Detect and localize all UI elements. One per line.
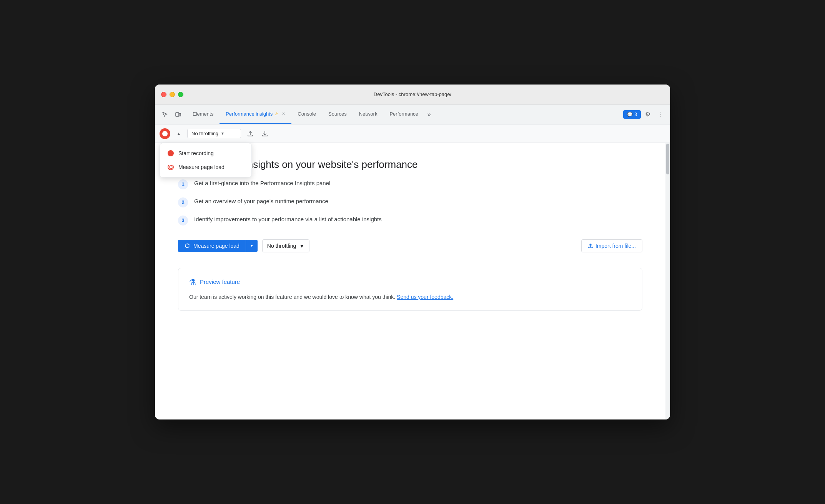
record-dot-icon (168, 150, 174, 156)
preview-feature-box: ⚗ Preview feature Our team is actively w… (178, 268, 642, 311)
throttle-arrow-icon: ▼ (299, 243, 304, 249)
preview-feature-label: Preview feature (200, 279, 240, 285)
throttling-arrow-icon: ▼ (221, 131, 225, 136)
step-item-1: 1 Get a first-glance into the Performanc… (178, 179, 642, 189)
tab-actions: 💬 3 ⚙ ⋮ (620, 104, 669, 124)
tab-close-icon[interactable]: ✕ (282, 111, 285, 116)
import-from-file-button[interactable]: Import from file... (581, 239, 642, 252)
measure-btn-group: Measure page load ▼ (178, 240, 258, 252)
chat-icon: 💬 (627, 112, 633, 117)
tab-elements[interactable]: Elements (186, 104, 220, 124)
record-button[interactable] (160, 128, 170, 139)
flask-icon: ⚗ (189, 277, 196, 287)
record-caret-button[interactable]: ▲ (174, 128, 183, 139)
step-item-2: 2 Get an overview of your page's runtime… (178, 197, 642, 207)
close-button[interactable] (161, 92, 166, 97)
measure-page-load-button[interactable]: Measure page load (178, 240, 246, 252)
more-options-button[interactable]: ⋮ (655, 109, 665, 120)
inspect-icon[interactable] (160, 109, 170, 120)
devtools-tabbar: Elements Performance insights ⚠ ✕ Consol… (155, 104, 670, 124)
window-title: DevTools - chrome://new-tab-page/ (374, 91, 451, 97)
step-number-1: 1 (178, 179, 188, 189)
upload-button[interactable] (245, 128, 256, 139)
measure-page-load-item[interactable]: Measure page load (160, 160, 251, 174)
tabs-container: Elements Performance insights ⚠ ✕ Consol… (186, 104, 620, 124)
titlebar: DevTools - chrome://new-tab-page/ (155, 85, 670, 104)
chat-button[interactable]: 💬 3 (623, 110, 641, 119)
more-tabs-button[interactable]: » (424, 104, 434, 124)
steps-list: 1 Get a first-glance into the Performanc… (178, 179, 642, 225)
content-area: Get actionable insights on your website'… (155, 143, 670, 419)
throttling-main-dropdown[interactable]: No throttling ▼ (262, 239, 309, 252)
tab-network[interactable]: Network (353, 104, 384, 124)
record-dropdown-menu: Start recording Measure page load (160, 143, 252, 177)
measure-caret-button[interactable]: ▼ (246, 240, 258, 252)
tab-performance-insights[interactable]: Performance insights ⚠ ✕ (220, 104, 291, 124)
step-number-3: 3 (178, 216, 188, 225)
settings-icon: ⚙ (645, 111, 650, 118)
feedback-link[interactable]: Send us your feedback. (397, 294, 453, 300)
tab-console[interactable]: Console (291, 104, 322, 124)
settings-button[interactable]: ⚙ (642, 109, 653, 120)
svg-rect-0 (176, 113, 179, 116)
device-toggle-icon[interactable] (173, 109, 183, 120)
refresh-icon (168, 164, 174, 170)
record-dot (162, 131, 168, 136)
action-bar: Measure page load ▼ No throttling ▼ Impo… (178, 239, 642, 252)
main-content: Get actionable insights on your website'… (155, 143, 665, 419)
maximize-button[interactable] (178, 92, 183, 97)
measure-refresh-icon (184, 243, 190, 249)
import-icon (588, 243, 593, 249)
warning-icon: ⚠ (275, 111, 279, 116)
tab-sources[interactable]: Sources (322, 104, 353, 124)
start-recording-item[interactable]: Start recording (160, 146, 251, 160)
minimize-button[interactable] (170, 92, 175, 97)
scrollbar-thumb[interactable] (666, 144, 669, 174)
preview-title-row: ⚗ Preview feature (189, 277, 631, 287)
step-item-3: 3 Identify improvements to your performa… (178, 215, 642, 225)
scrollbar-track (665, 143, 670, 419)
more-options-icon: ⋮ (657, 111, 663, 118)
tab-performance[interactable]: Performance (383, 104, 424, 124)
preview-feature-text: Our team is actively working on this fea… (189, 293, 631, 301)
devtools-window: DevTools - chrome://new-tab-page/ Elemen… (155, 85, 670, 419)
svg-rect-1 (179, 113, 181, 116)
nav-icons (156, 104, 186, 124)
toolbar: ▲ No throttling ▼ Start recording (155, 124, 670, 143)
throttling-dropdown[interactable]: No throttling ▼ (187, 129, 241, 138)
download-button[interactable] (259, 128, 270, 139)
step-number-2: 2 (178, 197, 188, 207)
traffic-lights (161, 92, 183, 97)
